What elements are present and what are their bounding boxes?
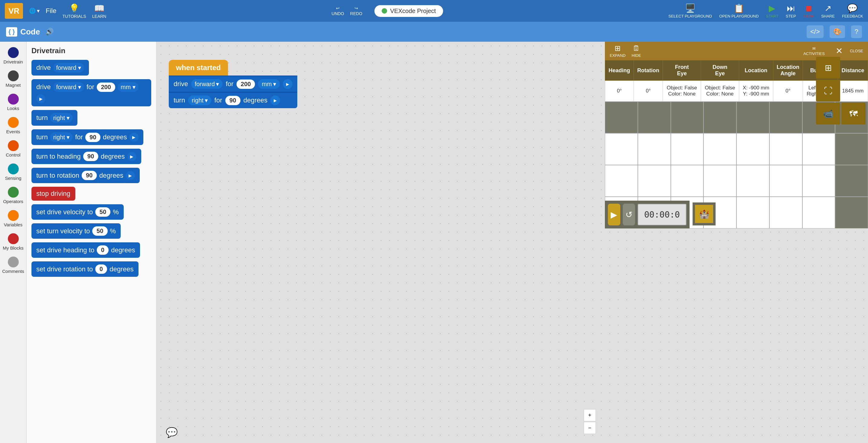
- comments-dot: [8, 257, 19, 267]
- globe-button[interactable]: 🌐 ▾: [29, 7, 40, 14]
- select-playground-button[interactable]: 🖥️ SELECT PLAYGROUND: [669, 3, 712, 19]
- ws-turn-play-btn[interactable]: ▶: [270, 96, 280, 105]
- sound-icon[interactable]: 🔊: [45, 28, 54, 36]
- block-drive-direction-dropdown[interactable]: forward ▾: [53, 63, 84, 72]
- block-set-drive-heading[interactable]: set drive heading to 0 degrees: [31, 242, 151, 258]
- grid-cell: [671, 102, 704, 133]
- activities-icon: ✉: [812, 46, 816, 51]
- start-button[interactable]: ▶ START: [766, 3, 778, 19]
- zoom-out-button[interactable]: −: [584, 422, 596, 434]
- sidebar-item-sensing[interactable]: Sensing: [1, 162, 25, 182]
- block-drive-head-unit: degrees: [111, 246, 135, 254]
- ws-drive-distance-value[interactable]: 200: [237, 79, 255, 89]
- hide-button[interactable]: 🗓 HIDE: [632, 44, 641, 58]
- ws-drive-play-btn[interactable]: ▶: [283, 79, 292, 89]
- block-heading-play-btn[interactable]: ▶: [127, 152, 136, 161]
- col-rotation: Rotation: [633, 61, 663, 81]
- sidebar-item-events[interactable]: Events: [1, 115, 25, 136]
- undo-button[interactable]: ↩ UNDO: [332, 6, 344, 16]
- block-set-drive-rotation[interactable]: set drive rotation to 0 degrees: [31, 261, 151, 277]
- block-turn-play-btn[interactable]: ▶: [129, 133, 138, 142]
- cell-rotation: 0°: [633, 81, 663, 102]
- grid-cell: [802, 197, 835, 229]
- block-turn-for[interactable]: turn right ▾ for 90 degrees ▶: [31, 129, 151, 145]
- block-drive-vel-unit: %: [113, 208, 119, 216]
- grid-cell: [638, 102, 671, 133]
- block-stop-driving[interactable]: stop driving: [31, 187, 151, 201]
- grid-view-button[interactable]: ⊞: [816, 57, 840, 78]
- block-turn-label: turn: [36, 114, 48, 122]
- tutorials-button[interactable]: 💡 TUTORIALS: [62, 3, 86, 19]
- enter-fullscreen-button[interactable]: ⛶: [816, 80, 840, 102]
- file-button[interactable]: File: [46, 7, 56, 15]
- learn-button[interactable]: 📖 LEARN: [92, 3, 106, 19]
- share-button[interactable]: ↗ SHARE: [821, 3, 835, 19]
- location-y: Y: -900 mm: [742, 91, 771, 97]
- block-drive[interactable]: drive forward ▾: [31, 60, 151, 75]
- map-button[interactable]: 🗺: [841, 103, 866, 125]
- block-drive-rot-value[interactable]: 0: [95, 264, 107, 274]
- ws-turn-for-text: for: [214, 96, 222, 104]
- stop-button[interactable]: ⏹ STOP: [803, 3, 814, 19]
- sidebar-item-magnet[interactable]: Magnet: [1, 69, 25, 90]
- block-drive-distance-value[interactable]: 200: [97, 82, 115, 92]
- block-turn-direction-dropdown[interactable]: right ▾: [50, 113, 72, 123]
- block-heading-label: turn to heading: [36, 152, 81, 161]
- block-drive-for[interactable]: drive forward ▾ for 200 mm ▾ ▶: [31, 79, 151, 106]
- chat-icon-container[interactable]: 💬: [166, 427, 178, 438]
- block-turn-degrees-value[interactable]: 90: [85, 133, 100, 142]
- block-turn-vel-value[interactable]: 50: [92, 226, 107, 236]
- grid-cell: [835, 133, 868, 165]
- block-turn-to-rotation[interactable]: turn to rotation 90 degrees ▶: [31, 168, 151, 183]
- ws-drive-unit-dropdown[interactable]: mm ▾: [258, 79, 279, 89]
- block-turn[interactable]: turn right ▾: [31, 110, 151, 126]
- help-button[interactable]: ?: [851, 25, 862, 38]
- ws-turn-degrees-value[interactable]: 90: [225, 96, 241, 105]
- sidebar-item-operators[interactable]: Operators: [1, 185, 25, 206]
- block-drive-head-value[interactable]: 0: [97, 245, 108, 255]
- ws-drive-block[interactable]: drive forward ▾ for 200 mm ▾ ▶: [169, 75, 297, 92]
- ws-when-started-block[interactable]: when started: [169, 60, 228, 75]
- block-heading-value[interactable]: 90: [83, 152, 98, 161]
- reset-button[interactable]: ↺: [623, 204, 635, 226]
- ws-turn-direction-dropdown[interactable]: right ▾: [188, 96, 211, 105]
- field-icon-btn[interactable]: 🏰: [692, 202, 716, 226]
- block-drive-unit-dropdown[interactable]: mm ▾: [118, 82, 138, 92]
- camera-button[interactable]: 📹: [816, 103, 840, 125]
- open-playground-button[interactable]: 📋 OPEN PLAYGROUND: [719, 3, 759, 19]
- sidebar-item-variables[interactable]: Variables: [1, 208, 25, 229]
- select-playground-label: SELECT PLAYGROUND: [669, 14, 712, 19]
- block-drive-play-btn[interactable]: ▶: [36, 94, 45, 103]
- block-set-turn-velocity[interactable]: set turn velocity to 50 %: [31, 223, 151, 239]
- comments-label: Comments: [2, 269, 24, 274]
- block-set-drive-velocity[interactable]: set drive velocity to 50 %: [31, 204, 151, 220]
- block-rotation-value[interactable]: 90: [82, 171, 97, 180]
- operators-label: Operators: [3, 199, 23, 204]
- my-blocks-label: My Blocks: [3, 245, 23, 250]
- sidebar-item-my-blocks[interactable]: My Blocks: [1, 232, 25, 252]
- expand-button[interactable]: ⊞ EXPAND: [610, 44, 626, 58]
- ws-turn-block[interactable]: turn right ▾ for 90 degrees ▶: [169, 92, 297, 108]
- ws-drive-direction-dropdown[interactable]: forward ▾: [191, 79, 223, 89]
- undo-redo-group: ↩ UNDO ↪ REDO: [332, 6, 362, 16]
- redo-button[interactable]: ↪ REDO: [350, 6, 362, 16]
- sidebar-item-drivetrain[interactable]: Drivetrain: [1, 45, 25, 66]
- block-drive-vel-value[interactable]: 50: [95, 207, 111, 217]
- hide-icon: 🗓: [633, 44, 640, 53]
- sidebar-item-control[interactable]: Control: [1, 138, 25, 159]
- grid-cell: [605, 102, 638, 133]
- feedback-button[interactable]: 💬 FEEDBACK: [842, 3, 863, 19]
- zoom-in-button[interactable]: +: [584, 409, 596, 421]
- sidebar-item-comments[interactable]: Comments: [1, 255, 25, 276]
- block-turn-to-heading[interactable]: turn to heading 90 degrees ▶: [31, 149, 151, 164]
- code-view-button[interactable]: </>: [807, 25, 824, 38]
- sidebar-item-looks[interactable]: Looks: [1, 92, 25, 113]
- blocks-view-button[interactable]: 🎨: [830, 25, 845, 38]
- down-eye-color: Color: None: [704, 91, 737, 97]
- block-turn-for-direction[interactable]: right ▾: [50, 132, 72, 142]
- block-rotation-play-btn[interactable]: ▶: [126, 171, 135, 180]
- block-drive-for-direction[interactable]: forward ▾: [53, 82, 84, 92]
- play-button[interactable]: ▶: [608, 204, 620, 226]
- undo-label: UNDO: [332, 11, 344, 16]
- step-button[interactable]: ⏭ STEP: [786, 3, 796, 19]
